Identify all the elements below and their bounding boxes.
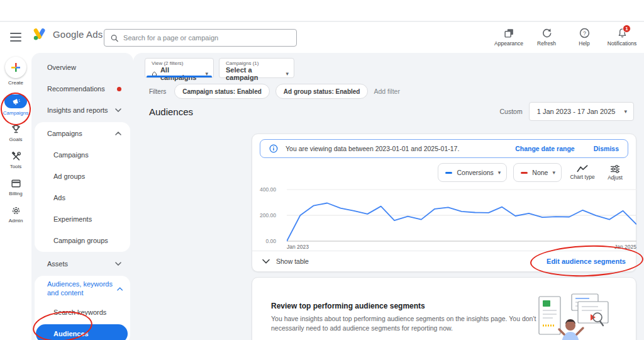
help-label: Help	[579, 40, 589, 47]
nav-item-assets[interactable]: Assets	[35, 253, 130, 275]
date-mode-label: Custom	[500, 108, 523, 115]
nav-item-recommendations[interactable]: Recommendations	[35, 78, 130, 99]
notifications-button[interactable]: 1 Notifications	[605, 25, 639, 47]
nav-subitem-campaigns-label: Campaigns	[53, 151, 89, 159]
chevron-up-icon	[117, 287, 123, 291]
line-chart-icon	[577, 165, 588, 173]
gear-icon	[11, 205, 21, 216]
search-input[interactable]	[123, 34, 290, 42]
chart-type-button[interactable]: Chart type	[568, 165, 597, 180]
rail-item-goals[interactable]: Goals	[0, 124, 31, 142]
nav-subitem-campaigns[interactable]: Campaigns	[35, 144, 130, 166]
notifications-badge: 1	[623, 25, 631, 33]
refresh-button[interactable]: Refresh	[530, 25, 564, 47]
filter-chip-ad-group-status[interactable]: Ad group status: Enabled	[275, 84, 369, 99]
show-table-toggle[interactable]: Show table	[262, 258, 309, 265]
topbar-actions: Appearance Refresh ? Help	[492, 25, 639, 47]
page-title: Audiences	[149, 106, 193, 117]
info-icon	[269, 144, 278, 153]
insight-body: You have insights about top performing a…	[271, 314, 564, 333]
campaigns-rail-label: Campaigns	[3, 110, 28, 116]
banner-text: You are viewing data between 2023-01-01 …	[286, 145, 508, 152]
metric-2-color	[521, 172, 528, 174]
add-filter-button[interactable]: Add filter	[374, 88, 399, 95]
y-tick-0: 0.00	[265, 238, 276, 244]
filters-label: Filters	[149, 88, 166, 95]
nav-subitem-audiences[interactable]: Audiences	[36, 324, 128, 340]
view-filter-dropdown[interactable]: View (2 filters) All campaigns ▾	[145, 58, 214, 78]
view-filter-label: View (2 filters)	[152, 60, 208, 66]
nav-campaigns-label: Campaigns	[47, 130, 82, 137]
create-button[interactable]: Create	[0, 57, 31, 86]
sliders-icon	[610, 165, 620, 173]
chevron-down-icon	[262, 259, 270, 264]
google-ads-logo[interactable]: Google Ads	[33, 27, 103, 41]
date-info-banner: You are viewing data between 2023-01-01 …	[260, 139, 628, 158]
insight-title: Review top performing audience segments	[271, 302, 564, 310]
topbar: Google Ads Appearance Re	[0, 22, 644, 53]
chevron-down-icon	[115, 108, 121, 112]
audience-insights-illustration	[536, 293, 612, 340]
notifications-label: Notifications	[608, 40, 636, 47]
nav-recommendations-label: Recommendations	[47, 85, 105, 93]
campaign-select-label: Campaigns (1)	[226, 60, 289, 66]
nav-subitem-experiments[interactable]: Experiments	[35, 208, 130, 230]
nav-subitem-ads[interactable]: Ads	[35, 187, 130, 208]
metric-2-value: None	[532, 169, 548, 176]
chart-type-label: Chart type	[570, 174, 594, 180]
nav-item-insights-and-reports[interactable]: Insights and reports	[35, 99, 130, 121]
global-search[interactable]	[104, 29, 297, 47]
metric-1-dropdown[interactable]: Conversions ▾	[438, 163, 507, 182]
campaign-select-dropdown[interactable]: Campaigns (1) Select a campaign ▾	[219, 58, 294, 78]
chart-card-footer: Show table Edit audience segments	[252, 251, 636, 271]
nav-subitem-search-keywords[interactable]: Search keywords	[35, 302, 130, 323]
adjust-button[interactable]: Adjust	[603, 165, 627, 181]
nav-item-overview[interactable]: Overview	[35, 57, 130, 78]
megaphone-icon	[12, 98, 20, 105]
campaigns-nav-group: Campaigns Campaigns Ad groups Ads Experi…	[35, 122, 130, 252]
plus-icon	[11, 62, 21, 72]
nav-subitem-experiments-label: Experiments	[53, 215, 92, 223]
trophy-icon	[11, 124, 21, 135]
create-label: Create	[8, 80, 23, 86]
rail-item-campaigns[interactable]: Campaigns	[0, 94, 31, 116]
appearance-button[interactable]: Appearance	[492, 25, 526, 47]
icon-rail: Create Campaigns Goals	[0, 53, 31, 340]
y-tick-200: 200.00	[260, 212, 276, 218]
menu-button[interactable]	[10, 33, 21, 42]
edit-audience-segments-link[interactable]: Edit audience segments	[547, 258, 626, 265]
nav-subitem-search-keywords-label: Search keywords	[53, 309, 106, 316]
nav-item-audiences-keywords-header[interactable]: Audiences, keywords and content	[35, 276, 130, 302]
dropdown-arrow-icon: ▾	[552, 170, 555, 176]
filter-chip-campaign-status[interactable]: Campaign status: Enabled	[174, 84, 270, 99]
nav-assets-label: Assets	[47, 260, 68, 268]
view-filter-value: All campaigns	[160, 66, 203, 81]
page-header: Audiences Custom 1 Jan 2023 - 17 Jan 202…	[149, 102, 634, 121]
nav-item-campaigns-header[interactable]: Campaigns	[35, 123, 130, 144]
metric-2-dropdown[interactable]: None ▾	[513, 163, 562, 182]
audience-insight-card: Review top performing audience segments …	[252, 277, 636, 340]
google-ads-logo-icon	[33, 27, 48, 41]
performance-chart-card: You are viewing data between 2023-01-01 …	[252, 133, 636, 272]
nav-subitem-audiences-label: Audiences	[53, 330, 89, 337]
nav-subitem-campaign-groups[interactable]: Campaign groups	[35, 230, 130, 251]
help-button[interactable]: ? Help	[567, 25, 601, 47]
tools-label: Tools	[10, 164, 22, 169]
goals-label: Goals	[9, 137, 23, 142]
recommendations-alert-dot	[117, 87, 121, 91]
rail-item-admin[interactable]: Admin	[0, 205, 31, 224]
dismiss-button[interactable]: Dismiss	[594, 145, 619, 152]
filters-bar: Filters Campaign status: Enabled Ad grou…	[149, 84, 400, 99]
conversions-line	[287, 203, 636, 242]
rail-item-billing[interactable]: Billing	[0, 178, 31, 196]
appearance-label: Appearance	[494, 40, 523, 47]
line-chart-plot[interactable]	[287, 186, 636, 246]
billing-card-icon	[11, 178, 21, 189]
tools-icon	[11, 151, 21, 162]
nav-subitem-ad-groups[interactable]: Ad groups	[35, 166, 130, 187]
create-circle	[5, 57, 26, 78]
change-date-range-link[interactable]: Change date range	[515, 145, 575, 152]
rail-item-tools[interactable]: Tools	[0, 151, 31, 169]
adjust-label: Adjust	[608, 174, 623, 181]
date-range-dropdown[interactable]: 1 Jan 2023 - 17 Jan 2025 ▾	[529, 102, 634, 121]
